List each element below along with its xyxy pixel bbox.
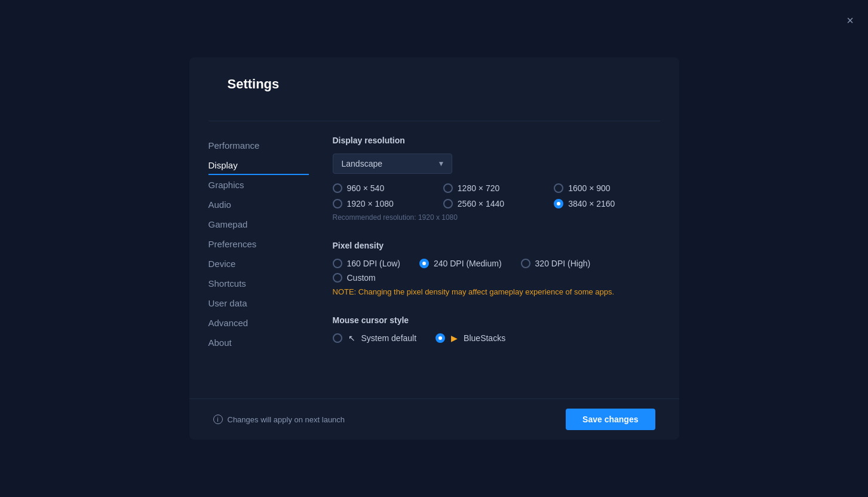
sidebar-item-gamepad[interactable]: Gamepad xyxy=(208,214,309,234)
settings-dialog: Settings Performance Display Graphics Au… xyxy=(189,57,679,440)
info-icon: i xyxy=(213,415,223,424)
dpi-label: 160 DPI (Low) xyxy=(347,259,400,268)
cursor-label: System default xyxy=(361,333,417,343)
cursor-option-bluestacks[interactable]: ▶ BlueStacks xyxy=(435,333,505,343)
radio-circle-checked xyxy=(419,259,429,268)
radio-circle xyxy=(443,199,453,208)
dpi-option-160[interactable]: 160 DPI (Low) xyxy=(333,259,400,268)
radio-circle xyxy=(443,183,453,193)
resolution-option-1920x1080[interactable]: 1920 × 1080 xyxy=(333,199,434,208)
radio-circle xyxy=(521,259,530,268)
dpi-option-custom[interactable]: Custom xyxy=(333,273,376,283)
settings-body: Settings Performance Display Graphics Au… xyxy=(189,57,679,398)
resolution-label: 1920 × 1080 xyxy=(347,199,394,208)
sidebar-item-graphics[interactable]: Graphics xyxy=(208,175,309,195)
bluestacks-cursor-icon: ▶ xyxy=(451,333,458,343)
pixel-density-section: Pixel density 160 DPI (Low) 240 DPI (Med… xyxy=(333,241,655,296)
sidebar-item-preferences[interactable]: Preferences xyxy=(208,234,309,254)
close-button[interactable]: × xyxy=(846,14,854,26)
resolution-dropdown-wrapper: Landscape Portrait ▼ xyxy=(333,154,452,174)
radio-circle xyxy=(333,333,342,343)
resolution-label: 1280 × 720 xyxy=(458,183,499,193)
pixel-density-note: NOTE: Changing the pixel density may aff… xyxy=(333,287,655,296)
content-area: Display resolution Landscape Portrait ▼ xyxy=(309,136,679,398)
dpi-label: 240 DPI (Medium) xyxy=(434,259,502,268)
sidebar-item-advanced[interactable]: Advanced xyxy=(208,313,309,333)
sidebar-item-user-data[interactable]: User data xyxy=(208,293,309,313)
dpi-option-240[interactable]: 240 DPI (Medium) xyxy=(419,259,502,268)
resolution-grid: 960 × 540 1280 × 720 1600 × 900 xyxy=(333,183,655,208)
display-resolution-section: Display resolution Landscape Portrait ▼ xyxy=(333,136,655,222)
radio-circle xyxy=(554,183,563,193)
resolution-option-1600x900[interactable]: 1600 × 900 xyxy=(554,183,655,193)
radio-circle xyxy=(333,183,342,193)
resolution-option-960x540[interactable]: 960 × 540 xyxy=(333,183,434,193)
mouse-cursor-row: ↖ System default ▶ BlueStacks xyxy=(333,333,655,343)
footer-note-text: Changes will apply on next launch xyxy=(228,415,345,424)
resolution-option-3840x2160[interactable]: 3840 × 2160 xyxy=(554,199,655,208)
sidebar-item-shortcuts[interactable]: Shortcuts xyxy=(208,274,309,293)
dpi-label: Custom xyxy=(347,273,376,283)
sidebar: Performance Display Graphics Audio Gamep… xyxy=(189,136,309,398)
mouse-cursor-title: Mouse cursor style xyxy=(333,315,655,325)
system-cursor-icon: ↖ xyxy=(348,333,355,343)
mouse-cursor-section: Mouse cursor style ↖ System default ▶ Bl… xyxy=(333,315,655,343)
radio-circle xyxy=(333,199,342,208)
pixel-density-title: Pixel density xyxy=(333,241,655,250)
settings-footer: i Changes will apply on next launch Save… xyxy=(189,398,679,440)
orientation-select[interactable]: Landscape Portrait xyxy=(333,154,452,174)
resolution-label: 2560 × 1440 xyxy=(458,199,504,208)
radio-circle xyxy=(333,273,342,283)
display-resolution-title: Display resolution xyxy=(333,136,655,145)
sidebar-item-about[interactable]: About xyxy=(208,333,309,352)
pixel-density-row: 160 DPI (Low) 240 DPI (Medium) 320 DPI (… xyxy=(333,259,655,268)
resolution-option-1280x720[interactable]: 1280 × 720 xyxy=(443,183,544,193)
resolution-label: 1600 × 900 xyxy=(568,183,610,193)
dpi-option-320[interactable]: 320 DPI (High) xyxy=(521,259,591,268)
sidebar-item-display[interactable]: Display xyxy=(208,155,309,175)
cursor-option-system[interactable]: ↖ System default xyxy=(333,333,417,343)
settings-header: Settings xyxy=(189,76,679,106)
radio-circle-checked xyxy=(554,199,563,208)
sidebar-item-device[interactable]: Device xyxy=(208,254,309,274)
radio-circle xyxy=(333,259,342,268)
dpi-label: 320 DPI (High) xyxy=(535,259,591,268)
footer-note: i Changes will apply on next launch xyxy=(213,415,345,424)
resolution-label: 3840 × 2160 xyxy=(568,199,615,208)
radio-circle-checked xyxy=(435,333,445,343)
pixel-density-custom-row: Custom xyxy=(333,273,655,283)
sidebar-item-audio[interactable]: Audio xyxy=(208,195,309,214)
recommended-resolution-text: Recommended resolution: 1920 x 1080 xyxy=(333,213,655,222)
cursor-label: BlueStacks xyxy=(464,333,505,343)
sidebar-item-performance[interactable]: Performance xyxy=(208,136,309,155)
resolution-label: 960 × 540 xyxy=(347,183,385,193)
resolution-option-2560x1440[interactable]: 2560 × 1440 xyxy=(443,199,544,208)
page-title: Settings xyxy=(208,76,679,106)
save-changes-button[interactable]: Save changes xyxy=(566,409,655,430)
